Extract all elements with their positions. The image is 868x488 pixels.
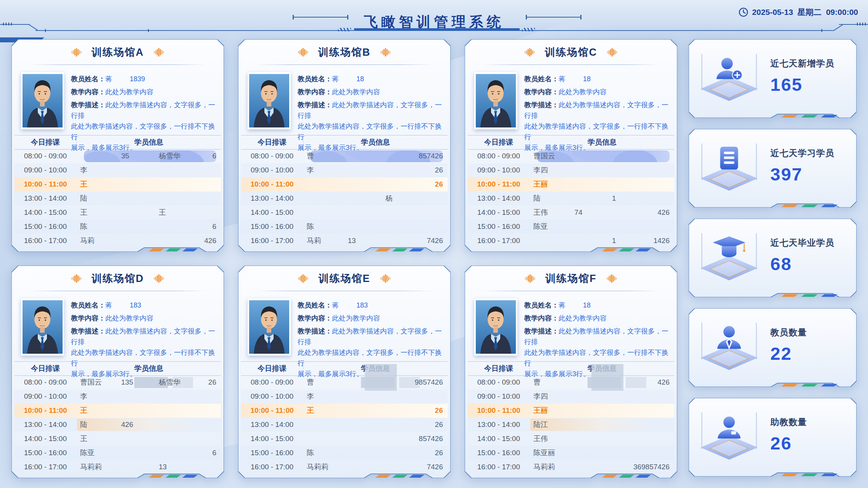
time-slot: 08:00 - 09:00 xyxy=(241,375,303,390)
tick-decoration xyxy=(8,23,9,26)
schedule-row: 09:00 - 10:00 李 xyxy=(14,163,221,177)
student-name-fragment: 陈 xyxy=(307,448,314,458)
teacher-name-label: 教员姓名： xyxy=(71,75,105,83)
student-info-cell: 陈亚丽 xyxy=(530,446,674,460)
student-phone-fragment: 7426 xyxy=(427,463,443,471)
time-slot: 09:00 - 10:00 xyxy=(241,390,303,404)
schedule-row: 16:00 - 17:00 马莉莉 13 xyxy=(14,460,221,474)
teaching-content-value: 此处为教学内容 xyxy=(332,314,380,322)
tick-decoration xyxy=(148,29,149,32)
students-column-header: 学员信息 xyxy=(530,362,674,375)
title-divider xyxy=(482,64,660,65)
schedule-row: 15:00 - 16:00 陈 26 xyxy=(241,446,448,460)
schedule-row: 08:00 - 09:00 曹 426 xyxy=(468,375,674,390)
time-slot: 16:00 - 17:00 xyxy=(241,234,303,248)
student-info-cell: 陈 26 xyxy=(303,446,448,460)
students-column-header: 学员信息 xyxy=(530,135,674,149)
student-learning-icon xyxy=(699,139,760,196)
student-add-icon xyxy=(699,49,760,106)
time-slot: 13:00 - 14:00 xyxy=(468,192,530,206)
student-info-cell: 李 xyxy=(303,390,448,404)
student-name-fragment: 马莉莉 xyxy=(80,462,102,472)
schedule-row: 08:00 - 09:00 曹国云 xyxy=(468,149,674,163)
schedule-row: 16:00 - 17:00 马莉 13 7426 xyxy=(241,234,448,248)
student-phone-fragment: 26 xyxy=(435,406,443,415)
schedule-body: 08:00 - 09:00 曹 426 09:00 - 10:00 李四 xyxy=(468,375,674,474)
schedule-row: 13:00 - 14:00 26 xyxy=(241,418,448,432)
student-info-cell: 陈亚 6 xyxy=(76,446,221,460)
student-info-cell: 26 xyxy=(303,418,448,432)
schedule-table-header: 今日排课 学员信息 xyxy=(14,135,221,150)
student-name-fragment: 李 xyxy=(80,165,87,175)
time-slot: 13:00 - 14:00 xyxy=(241,192,303,206)
student-phone-fragment: 369857426 xyxy=(633,463,670,471)
student-name-fragment: 陈亚 xyxy=(533,222,548,232)
student-info-fragment: 1 xyxy=(612,237,616,245)
student-info-cell: 马莉 426 xyxy=(76,234,221,248)
student-info-cell: 王 xyxy=(76,177,221,192)
student-info-cell: 王伟 xyxy=(530,432,674,446)
schedule-table-header: 今日排课 学员信息 xyxy=(468,361,674,376)
time-slot: 13:00 - 14:00 xyxy=(468,418,530,432)
audio-wave-icon xyxy=(154,47,164,57)
audio-wave-icon xyxy=(607,274,617,283)
student-phone-fragment: 6 xyxy=(212,449,216,457)
stat-card: 教员数量 22 xyxy=(689,308,857,387)
student-name-fragment: 王丽 xyxy=(533,179,548,189)
top-header: 飞瞰智训管理系统 2025-05-13 星期二 09:00:00 xyxy=(0,0,868,31)
student-info-cell: 1 1426 xyxy=(530,234,674,248)
teacher-portrait-illustration xyxy=(249,74,289,128)
student-info-fragment: 王 xyxy=(159,208,166,217)
student-name-fragment: 马莉莉 xyxy=(307,462,329,472)
teaching-description-label: 教学描述： xyxy=(71,101,105,109)
audio-wave-icon xyxy=(298,274,308,283)
student-name-fragment: 陈亚丽 xyxy=(533,448,555,458)
tick-decoration xyxy=(6,23,6,26)
student-phone-fragment: 9857426 xyxy=(415,378,443,387)
teacher-name-value: 蒋 xyxy=(332,75,339,83)
student-info-cell: 王 xyxy=(76,432,221,446)
students-column-header: 学员信息 xyxy=(303,362,448,375)
teaching-content-value: 此处为教学内容 xyxy=(105,88,153,96)
schedule-row: 10:00 - 11:00 王丽 xyxy=(468,177,674,192)
header-divider-wing xyxy=(839,24,868,25)
student-name-fragment: 马莉莉 xyxy=(533,462,555,472)
schedule-row: 08:00 - 09:00 曹国云 135 杨雪华 26 xyxy=(14,375,221,390)
time-slot: 14:00 - 15:00 xyxy=(241,432,303,446)
student-name-fragment: 陆江 xyxy=(533,420,548,430)
student-info-fragment: 13 xyxy=(159,463,167,471)
schedule-row: 14:00 - 15:00 857426 xyxy=(241,432,448,446)
schedule-row: 13:00 - 14:00 陆 426 xyxy=(14,418,221,432)
schedule-row: 10:00 - 11:00 王 26 xyxy=(241,404,448,418)
time-slot: 08:00 - 09:00 xyxy=(468,149,530,163)
schedule-row: 14:00 - 15:00 王 xyxy=(14,432,221,446)
teaching-content-label: 教学内容： xyxy=(298,88,332,96)
student-info-fragment: 35 xyxy=(121,152,129,160)
audio-wave-icon xyxy=(525,274,535,283)
schedule-row: 13:00 - 14:00 陆 1 xyxy=(468,192,674,206)
student-phone-fragment: 26 xyxy=(208,378,216,387)
student-name-fragment: 陆 xyxy=(80,193,87,203)
schedule-column-header: 今日排课 xyxy=(468,362,530,375)
time-slot: 08:00 - 09:00 xyxy=(241,149,303,163)
redaction-blob xyxy=(361,377,395,388)
teacher-phone-value: 183 xyxy=(130,301,141,309)
schedule-row: 08:00 - 09:00 曹 9857426 xyxy=(241,375,448,390)
students-column-header: 学员信息 xyxy=(77,362,221,375)
audio-wave-icon xyxy=(154,274,164,283)
teaching-description-label: 教学描述： xyxy=(524,101,559,109)
student-info-cell: 马莉莉 7426 xyxy=(303,460,448,474)
schedule-row: 13:00 - 14:00 陆 xyxy=(14,192,221,206)
teacher-photo xyxy=(248,298,291,356)
audio-wave-icon xyxy=(71,47,82,57)
time-slot: 08:00 - 09:00 xyxy=(14,149,76,163)
student-name-fragment: 陈 xyxy=(307,222,314,232)
teaching-content-line: 教学内容：此处为教学内容 xyxy=(298,87,448,97)
teaching-content-label: 教学内容： xyxy=(524,314,559,322)
time-slot: 15:00 - 16:00 xyxy=(14,446,76,460)
time-slot: 16:00 - 17:00 xyxy=(241,460,303,474)
schedule-row: 16:00 - 17:00 1 1426 xyxy=(468,234,674,248)
student-info-cell: 陆 1 xyxy=(530,192,674,206)
time-slot: 09:00 - 10:00 xyxy=(468,390,530,404)
time-slot: 13:00 - 14:00 xyxy=(14,418,76,432)
